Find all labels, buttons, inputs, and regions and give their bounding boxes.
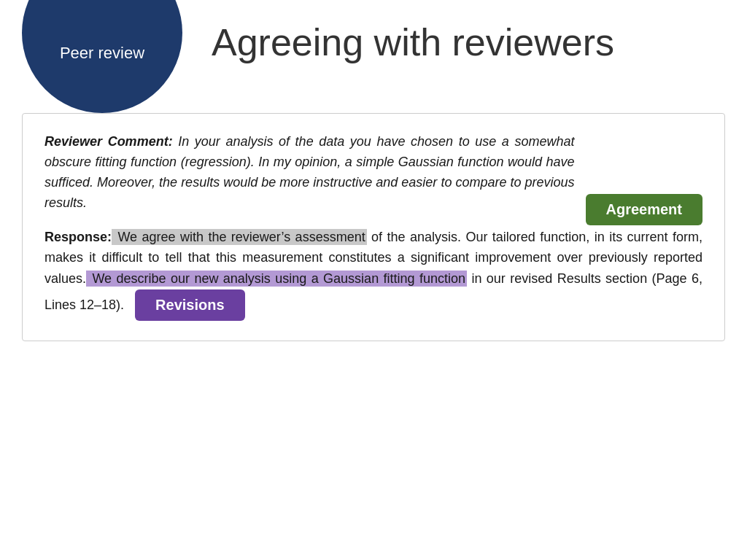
response-label: Response: — [44, 230, 112, 244]
response-highlight-purple: We describe our new analysis using a Gau… — [86, 271, 467, 287]
response-section: Response: We agree with the reviewer’s a… — [44, 227, 703, 322]
reviewer-comment-text: Reviewer Comment: In your analysis of th… — [44, 132, 575, 214]
peer-review-badge: Peer review — [22, 0, 182, 113]
content-box: Reviewer Comment: In your analysis of th… — [22, 113, 725, 341]
reviewer-label: Reviewer Comment: — [44, 134, 173, 149]
page-title: Agreeing with reviewers — [212, 22, 614, 63]
reviewer-comment-row: Reviewer Comment: In your analysis of th… — [44, 132, 703, 227]
response-highlight-gray: We agree with the reviewer’s assessment — [112, 229, 367, 245]
badge-text: Peer review — [60, 44, 144, 63]
header-area: Peer review Agreeing with reviewers — [0, 0, 747, 106]
revisions-button[interactable]: Revisions — [135, 289, 244, 321]
reviewer-comment-block: Reviewer Comment: In your analysis of th… — [44, 132, 575, 227]
agreement-button[interactable]: Agreement — [586, 194, 703, 225]
